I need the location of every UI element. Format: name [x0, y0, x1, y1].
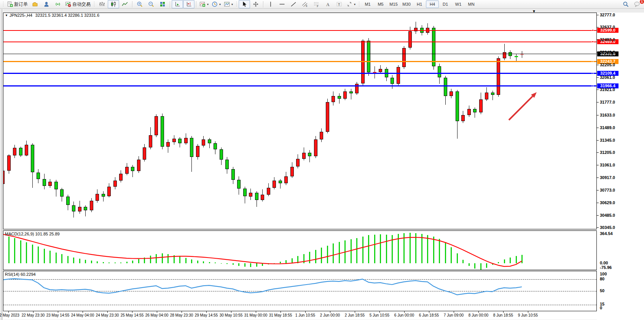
time-axis-tick	[404, 311, 405, 313]
price-axis[interactable]: 32599.032469.032331.632243.732109.431966…	[597, 13, 644, 320]
candlestick-chart-button[interactable]	[108, 0, 119, 8]
time-axis-tick	[478, 311, 479, 313]
toolbar-button-label: 自动交易	[72, 1, 91, 8]
templates-button[interactable]: ▾	[222, 0, 234, 8]
up-trend-arrow[interactable]	[3, 13, 596, 229]
price-axis-tick	[597, 52, 599, 53]
macd-zero-label: 0.00	[600, 261, 608, 265]
tile-windows-button[interactable]	[157, 0, 168, 8]
chart-shift-icon	[186, 1, 192, 7]
toolbar-separator	[263, 1, 263, 8]
zoom-out-button[interactable]	[145, 0, 157, 8]
scroll-marker-icon[interactable]: ▼	[532, 9, 536, 13]
timeframe-h1-button[interactable]: H1	[413, 0, 426, 8]
periods-button[interactable]: ▾	[210, 0, 222, 8]
timeframe-h4-button[interactable]: H4	[426, 0, 439, 8]
rsi-axis-label: 0	[600, 306, 602, 310]
time-axis-tick	[58, 311, 58, 313]
rsi-axis-label: 100	[600, 272, 607, 276]
svg-text:T: T	[338, 3, 340, 6]
toolbar-grip	[3, 1, 4, 7]
price-axis-tick	[597, 115, 599, 115]
price-axis-label: 30485.0	[600, 213, 615, 218]
line-chart-button[interactable]	[119, 0, 131, 8]
arrows-button[interactable]: ▾	[345, 0, 357, 8]
cursor-icon	[241, 1, 247, 7]
rsi-line	[3, 271, 596, 310]
search-button[interactable]	[620, 0, 631, 8]
timeframe-m15-button[interactable]: M15	[387, 0, 400, 8]
cursor-button[interactable]	[239, 0, 250, 8]
autotrading-icon	[65, 1, 71, 7]
price-axis-tick	[597, 215, 599, 216]
obj-hline-icon	[279, 1, 285, 7]
bar-chart-button[interactable]	[96, 0, 108, 8]
fibonacci-button[interactable]: F	[311, 0, 322, 8]
timeframe-m1-button[interactable]: M1	[361, 0, 374, 8]
chart-candles-icon	[110, 1, 116, 7]
time-axis-tick	[33, 311, 33, 313]
periods-icon	[212, 1, 218, 7]
timeframe-d1-button[interactable]: D1	[439, 0, 452, 8]
zoom-out-icon	[148, 1, 154, 7]
price-axis-tick	[597, 227, 599, 228]
rsi-label: RSI(14) 60.2294	[5, 272, 36, 277]
horizontal-line-button[interactable]	[276, 0, 288, 8]
timeframe-mn-button[interactable]: MN	[465, 0, 478, 8]
price-axis-label: 30917.0	[600, 175, 615, 180]
toolbar-separator	[196, 1, 196, 8]
svg-text:A: A	[326, 2, 330, 7]
price-axis-label: 31777.0	[600, 100, 615, 104]
auto-scroll-button[interactable]	[172, 0, 183, 8]
time-axis[interactable]: 22 May 202322 May 23:3023 May 14:5524 Ma…	[3, 311, 597, 320]
tile-windows-icon	[159, 1, 166, 7]
collapse-triangle-icon[interactable]: ▼	[5, 14, 8, 17]
main-chart-area[interactable]	[3, 13, 596, 229]
price-axis-label: 30629.0	[600, 200, 615, 205]
chart-window: 32599.032469.032331.632243.732109.431966…	[3, 9, 644, 320]
rsi-area[interactable]	[3, 271, 596, 310]
price-axis-tick	[597, 152, 599, 153]
templates-icon	[224, 1, 230, 7]
community-button[interactable]	[41, 0, 52, 8]
obj-fibo-icon: F	[313, 1, 319, 7]
macd-area[interactable]	[3, 231, 596, 270]
svg-text:E: E	[306, 5, 308, 7]
price-axis-label: 31633.0	[600, 113, 615, 117]
indicators-button[interactable]: ▾	[198, 0, 210, 8]
autotrading-button[interactable]: 自动交易	[64, 0, 92, 8]
price-axis-tick	[597, 40, 599, 40]
toolbar-grip	[236, 1, 237, 7]
svg-text:F: F	[317, 5, 319, 8]
vertical-line-button[interactable]	[265, 0, 276, 8]
zoom-in-button[interactable]	[134, 0, 145, 8]
text-label-button[interactable]: T	[333, 0, 345, 8]
equidistant-channel-button[interactable]: E	[299, 0, 311, 8]
signals-button[interactable]	[52, 0, 64, 8]
crosshair-button[interactable]	[250, 0, 261, 8]
new-order-button[interactable]: 新订单	[5, 0, 29, 8]
price-axis-tick	[597, 140, 599, 141]
chart-shift-button[interactable]	[183, 0, 194, 8]
timeframe-m30-button[interactable]: M30	[400, 0, 413, 8]
chart-title: ▼JPN225-,H432321.5 32361.4 32286.1 32331…	[5, 13, 99, 18]
toolbar-grip	[359, 1, 360, 7]
profiles-button[interactable]	[29, 0, 41, 8]
price-axis-label: 32061.0	[600, 75, 615, 80]
obj-vline-icon	[268, 1, 274, 7]
time-axis-tick	[83, 311, 83, 313]
timeframe-w1-button[interactable]: W1	[452, 0, 465, 8]
text-button[interactable]: A	[322, 0, 333, 8]
toolbar: 新订单自动交易▾▾▾EFAT▾M1M5M15M30H1H4D1W1MN1	[0, 0, 644, 9]
obj-text-icon: A	[325, 1, 331, 7]
time-axis-tick	[132, 311, 132, 313]
trendline-button[interactable]	[288, 0, 299, 8]
macd-min-label: -75.96	[600, 265, 612, 270]
price-axis-tick	[597, 190, 599, 190]
macd-label: MACD(12,26,9) 101.85 25.89	[5, 232, 60, 236]
notifications-button[interactable]: 1	[631, 0, 643, 8]
time-axis-tick	[355, 311, 355, 313]
timeframe-m5-button[interactable]: M5	[374, 0, 387, 8]
price-axis-tick	[597, 203, 599, 203]
price-axis-tick	[597, 128, 599, 128]
